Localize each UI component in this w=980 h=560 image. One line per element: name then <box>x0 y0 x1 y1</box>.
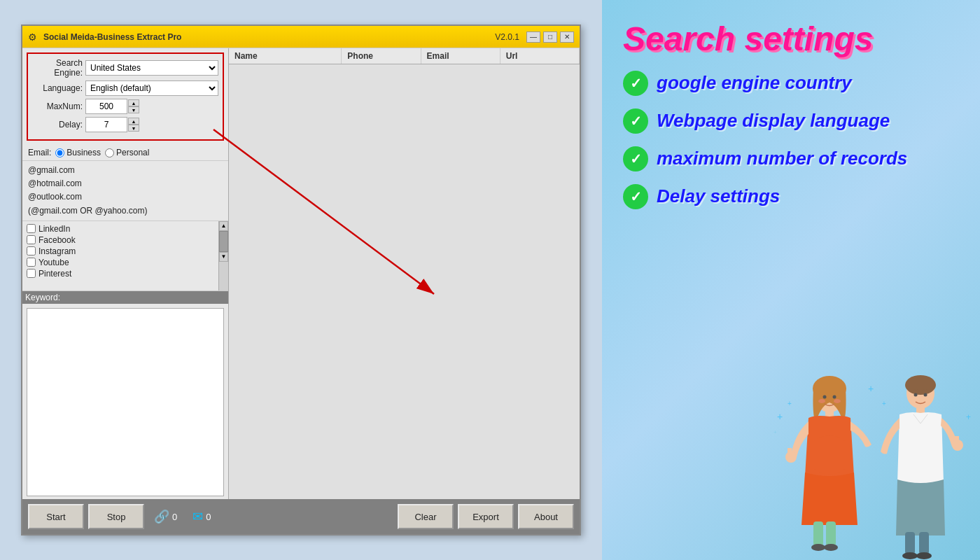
col-email: Email <box>421 48 500 64</box>
toolbar: Start Stop 🔗 0 ✉ 0 Clear Export About <box>22 499 580 534</box>
email-label: Email: <box>28 148 51 158</box>
email-item-combined: (@gmail.com OR @yahoo.com) <box>28 204 223 218</box>
instagram-checkbox[interactable] <box>27 246 36 255</box>
app-icon: ⚙ <box>28 31 39 43</box>
keyword-label: Keyword: <box>25 293 60 302</box>
app-window: ⚙ Social Meida-Business Extract Pro V2.0… <box>21 24 581 536</box>
svg-rect-26 <box>955 436 959 446</box>
search-engine-select[interactable]: United States <box>85 60 218 76</box>
delay-input[interactable]: 7 <box>85 117 127 132</box>
pinterest-label: Pinterest <box>38 269 71 279</box>
left-panel: Search Engine: United States Language: E… <box>22 48 229 499</box>
business-radio[interactable] <box>55 148 64 158</box>
window-controls: — □ ✕ <box>526 31 574 43</box>
feature-text-4: Delay settings <box>657 186 780 207</box>
language-row: Language: English (default) <box>32 80 218 96</box>
clear-button[interactable]: Clear <box>398 504 454 529</box>
svg-point-21 <box>834 399 841 403</box>
minimize-button[interactable]: — <box>526 31 540 43</box>
scroll-down-button[interactable]: ▼ <box>219 252 228 262</box>
feature-text-2: Webpage display language <box>657 110 890 132</box>
svg-point-29 <box>902 552 918 559</box>
business-radio-label[interactable]: Business <box>55 148 101 158</box>
check-icon-1: ✓ <box>623 71 648 96</box>
svg-text:+: + <box>774 429 777 435</box>
link-count: 0 <box>172 512 177 522</box>
settings-section: Search Engine: United States Language: E… <box>27 52 224 141</box>
stop-button[interactable]: Stop <box>88 504 144 529</box>
maxnum-spinbox: 500 ▲ ▼ <box>85 99 139 114</box>
svg-point-30 <box>916 552 932 559</box>
email-item-gmail: @gmail.com <box>28 164 223 177</box>
svg-rect-13 <box>788 448 792 458</box>
svg-point-23 <box>905 375 936 395</box>
delay-down[interactable]: ▼ <box>128 125 139 132</box>
window-body: Search Engine: United States Language: E… <box>22 48 580 499</box>
social-platforms-container: LinkedIn Facebook Instagram Youtube <box>22 221 228 291</box>
social-item: LinkedIn <box>27 224 224 234</box>
main-content: Name Phone Email Url <box>229 48 580 499</box>
email-item-outlook: @outlook.com <box>28 190 223 204</box>
check-icon-4: ✓ <box>623 184 648 209</box>
social-list: LinkedIn Facebook Instagram Youtube <box>22 221 228 283</box>
personal-radio-label[interactable]: Personal <box>105 148 149 158</box>
maxnum-down[interactable]: ▼ <box>128 106 139 113</box>
feature-item-1: ✓ google engine country <box>623 71 959 96</box>
facebook-label: Facebook <box>38 235 76 245</box>
svg-point-32 <box>924 393 927 397</box>
personal-label: Personal <box>116 148 149 158</box>
feature-item-4: ✓ Delay settings <box>623 184 959 209</box>
maxnum-row: MaxNum: 500 ▲ ▼ <box>32 99 218 114</box>
youtube-label: Youtube <box>38 258 69 267</box>
email-count: 0 <box>206 512 211 522</box>
col-phone: Phone <box>342 48 421 64</box>
email-icon: ✉ <box>192 509 203 524</box>
email-counter: ✉ 0 <box>187 509 216 524</box>
export-button[interactable]: Export <box>458 504 514 529</box>
instagram-label: Instagram <box>38 246 76 256</box>
marketing-title: Search settings <box>623 21 959 58</box>
svg-point-20 <box>818 399 825 403</box>
personal-radio[interactable] <box>105 148 114 158</box>
email-section: Email: Business Personal <box>22 145 228 161</box>
email-list: @gmail.com @hotmail.com @outlook.com (@g… <box>22 161 228 221</box>
delay-arrows: ▲ ▼ <box>128 118 139 132</box>
restore-button[interactable]: □ <box>543 31 557 43</box>
characters-area: + + + + + + <box>756 364 980 560</box>
keyword-section: Keyword: <box>22 291 228 499</box>
delay-up[interactable]: ▲ <box>128 118 139 125</box>
maxnum-arrows: ▲ ▼ <box>128 99 139 113</box>
maxnum-input[interactable]: 500 <box>85 99 127 114</box>
social-scrollbar[interactable]: ▲ ▼ <box>218 221 228 290</box>
svg-point-16 <box>811 544 825 551</box>
facebook-checkbox[interactable] <box>27 235 36 244</box>
social-item: Youtube <box>27 258 224 267</box>
pinterest-checkbox[interactable] <box>27 269 36 278</box>
feature-item-3: ✓ maximum number of records <box>623 146 959 172</box>
svg-point-17 <box>824 544 838 551</box>
table-body <box>229 64 580 499</box>
svg-point-31 <box>914 393 918 397</box>
social-item: Instagram <box>27 246 224 256</box>
maxnum-up[interactable]: ▲ <box>128 99 139 106</box>
keyword-input[interactable] <box>27 308 224 496</box>
search-engine-row: Search Engine: United States <box>32 58 218 78</box>
marketing-area: Search settings ✓ google engine country … <box>602 0 980 560</box>
svg-text:+: + <box>966 412 971 422</box>
delay-row: Delay: 7 ▲ ▼ <box>32 117 218 132</box>
close-button[interactable]: ✕ <box>560 31 574 43</box>
svg-text:+: + <box>882 400 886 407</box>
svg-point-18 <box>823 396 827 399</box>
linkedin-checkbox[interactable] <box>27 224 36 233</box>
scroll-up-button[interactable]: ▲ <box>219 221 228 231</box>
language-select[interactable]: English (default) <box>85 80 218 96</box>
youtube-checkbox[interactable] <box>27 258 36 267</box>
start-button[interactable]: Start <box>28 504 84 529</box>
about-button[interactable]: About <box>518 504 574 529</box>
email-item-hotmail: @hotmail.com <box>28 177 223 190</box>
svg-point-19 <box>833 396 836 399</box>
svg-rect-27 <box>905 532 915 554</box>
svg-text:+: + <box>788 400 792 407</box>
scroll-thumb[interactable] <box>219 231 228 252</box>
svg-point-11 <box>807 435 852 475</box>
